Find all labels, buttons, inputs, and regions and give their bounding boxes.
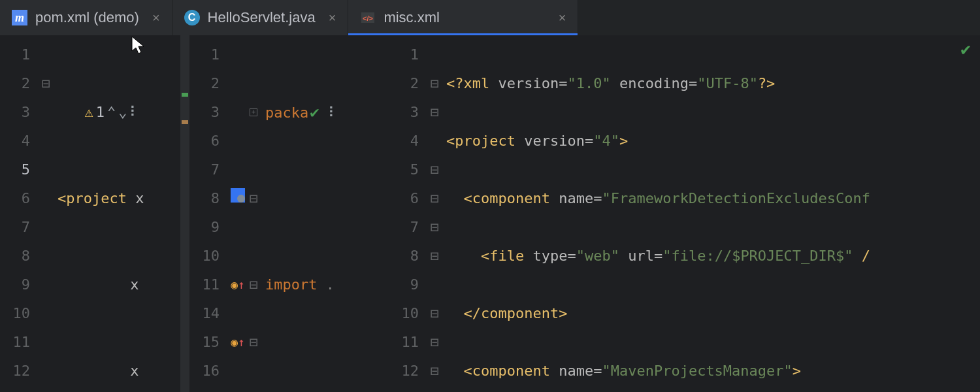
fold-close-icon[interactable]: ⊟	[430, 328, 438, 357]
close-icon[interactable]: ×	[329, 10, 336, 25]
class-icon: C	[184, 10, 200, 25]
fold-column: + ⊟ ⊟ ⊟	[247, 35, 260, 392]
tab-label: misc.xml	[384, 9, 440, 26]
close-icon[interactable]: ×	[559, 10, 566, 25]
tab-bar: m pom.xml (demo) × C HelloServlet.java ×…	[0, 0, 980, 35]
code-area[interactable]: packa✔ ⠇ import . @WebServl public cl pr…	[260, 35, 351, 392]
editor-pane-pom[interactable]: 1 2 3 4 5 6 7 8 9 10 11 12 ⊟ ⚠1	[0, 35, 189, 392]
fold-close-icon[interactable]: ⊟	[430, 299, 438, 328]
line-gutter: 1 2 3 4 5 6 7 8 9 10 11 12	[382, 35, 428, 392]
fold-open-icon[interactable]: ⊟	[41, 69, 50, 98]
line-gutter: 1 2 3 4 5 6 7 8 9 10 11 12	[0, 35, 39, 392]
warning-icon: ⚠	[84, 98, 93, 127]
svg-text:</>: </>	[363, 14, 373, 22]
gutter-icons: ◉↑ ◉↑	[229, 35, 247, 392]
fold-column: ⊟ ⊟ ⊟ ⊟ ⊟ ⊟ ⊟ ⊟ ⊟	[428, 35, 441, 392]
fold-open-icon[interactable]: ⊟	[430, 213, 438, 242]
class-gutter-icon[interactable]	[231, 184, 245, 213]
tab-misc[interactable]: </> misc.xml ×	[348, 0, 578, 35]
override-up-icon[interactable]: ◉↑	[231, 270, 245, 299]
fold-open-icon[interactable]: ⊟	[249, 328, 257, 357]
svg-point-3	[237, 195, 245, 203]
tab-helloservlet[interactable]: C HelloServlet.java ×	[172, 0, 349, 35]
line-gutter: 1 2 3 6 7 8 9 10 11 14 15 16	[189, 35, 229, 392]
editor-pane-servlet[interactable]: 1 2 3 6 7 8 9 10 11 14 15 16 ◉↑ ◉↑	[189, 35, 382, 392]
fold-open-icon[interactable]: ⊟	[430, 184, 438, 213]
editor-pane-misc[interactable]: 1 2 3 4 5 6 7 8 9 10 11 12 ⊟ ⊟ ⊟ ⊟ ⊟	[382, 35, 980, 392]
close-icon[interactable]: ×	[152, 10, 160, 25]
fold-open-icon[interactable]: ⊟	[249, 270, 257, 299]
override-up-icon[interactable]: ◉↑	[231, 328, 245, 357]
analysis-ok-icon[interactable]: ✔	[960, 39, 971, 59]
fold-open-icon[interactable]: ⊟	[249, 184, 257, 213]
fold-column: ⊟	[39, 35, 52, 392]
checkmark-icon: ✔	[310, 103, 319, 122]
fold-close-icon[interactable]: ⊟	[430, 357, 438, 385]
xml-icon: </>	[360, 10, 376, 25]
warning-count: 1	[96, 98, 105, 127]
code-area[interactable]: ⚠1 ⌃ ⌄ ⠇ <project x x x <model <group <a…	[52, 35, 144, 392]
fold-close-icon[interactable]: ⊟	[430, 155, 438, 184]
scrollbar[interactable]	[180, 35, 189, 392]
fold-open-icon[interactable]: ⊟	[430, 98, 438, 127]
chevron-down-icon[interactable]: ⌄	[118, 98, 127, 127]
editor-panes: 1 2 3 4 5 6 7 8 9 10 11 12 ⊟ ⚠1	[0, 35, 980, 392]
fold-open-icon[interactable]: ⊟	[430, 69, 438, 98]
fold-open-icon[interactable]: ⊟	[430, 242, 438, 270]
maven-icon: m	[12, 10, 27, 25]
tab-label: HelloServlet.java	[208, 9, 316, 26]
tab-pom[interactable]: m pom.xml (demo) ×	[0, 0, 172, 35]
tab-label: pom.xml (demo)	[35, 9, 139, 26]
fold-closed-icon[interactable]: +	[250, 108, 257, 116]
chevron-up-icon[interactable]: ⌃	[107, 98, 116, 127]
code-area[interactable]: <?xml version="1.0" encoding="UTF-8"?> <…	[441, 35, 870, 392]
